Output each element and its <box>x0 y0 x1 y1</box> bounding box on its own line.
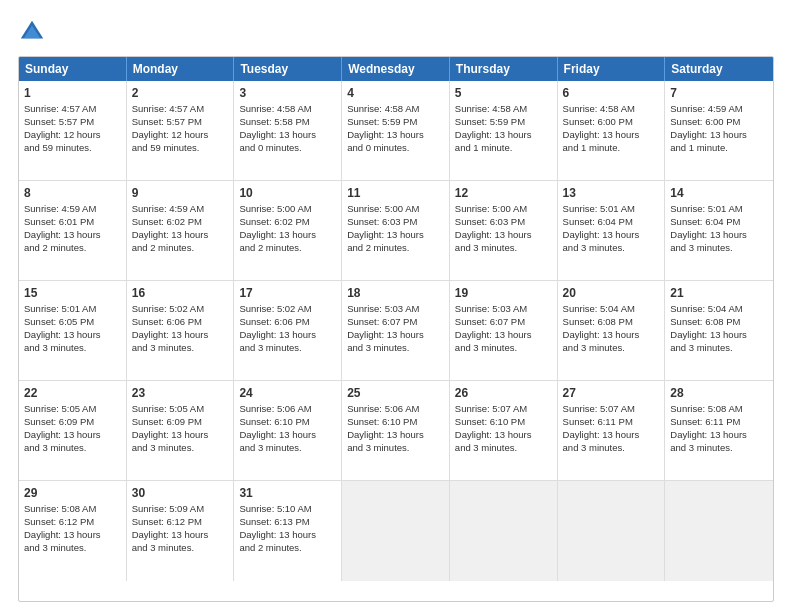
day-info-line: Daylight: 13 hours <box>239 429 336 442</box>
day-info-line: Sunset: 6:13 PM <box>239 516 336 529</box>
day-number: 2 <box>132 85 229 101</box>
calendar-day-5: 5Sunrise: 4:58 AMSunset: 5:59 PMDaylight… <box>450 81 558 180</box>
calendar-day-8: 8Sunrise: 4:59 AMSunset: 6:01 PMDaylight… <box>19 181 127 280</box>
day-info-line: Sunrise: 5:05 AM <box>132 403 229 416</box>
day-info-line: and 3 minutes. <box>455 242 552 255</box>
day-info-line: Daylight: 12 hours <box>24 129 121 142</box>
day-info-line: Sunset: 6:09 PM <box>132 416 229 429</box>
calendar-day-6: 6Sunrise: 4:58 AMSunset: 6:00 PMDaylight… <box>558 81 666 180</box>
day-number: 9 <box>132 185 229 201</box>
calendar-day-27: 27Sunrise: 5:07 AMSunset: 6:11 PMDayligh… <box>558 381 666 480</box>
day-info-line: Sunrise: 5:09 AM <box>132 503 229 516</box>
day-info-line: and 3 minutes. <box>670 442 768 455</box>
day-info-line: Daylight: 13 hours <box>455 129 552 142</box>
day-info-line: Sunrise: 5:06 AM <box>239 403 336 416</box>
day-info-line: Sunset: 6:06 PM <box>239 316 336 329</box>
day-info-line: Sunrise: 5:08 AM <box>670 403 768 416</box>
day-number: 26 <box>455 385 552 401</box>
day-info-line: Sunset: 6:09 PM <box>24 416 121 429</box>
day-info-line: Daylight: 13 hours <box>347 129 444 142</box>
day-number: 6 <box>563 85 660 101</box>
day-info-line: Daylight: 13 hours <box>455 329 552 342</box>
day-number: 30 <box>132 485 229 501</box>
day-info-line: Sunrise: 4:58 AM <box>563 103 660 116</box>
day-info-line: Sunrise: 4:58 AM <box>239 103 336 116</box>
header-day-friday: Friday <box>558 57 666 81</box>
calendar-day-11: 11Sunrise: 5:00 AMSunset: 6:03 PMDayligh… <box>342 181 450 280</box>
day-info-line: Sunrise: 4:59 AM <box>132 203 229 216</box>
day-info-line: Sunset: 6:12 PM <box>132 516 229 529</box>
calendar-day-23: 23Sunrise: 5:05 AMSunset: 6:09 PMDayligh… <box>127 381 235 480</box>
day-number: 16 <box>132 285 229 301</box>
day-number: 8 <box>24 185 121 201</box>
day-info-line: Sunrise: 5:02 AM <box>239 303 336 316</box>
header <box>18 18 774 46</box>
day-info-line: Daylight: 13 hours <box>563 429 660 442</box>
day-number: 21 <box>670 285 768 301</box>
day-info-line: Sunset: 6:05 PM <box>24 316 121 329</box>
day-number: 28 <box>670 385 768 401</box>
day-info-line: Sunset: 6:08 PM <box>670 316 768 329</box>
calendar: SundayMondayTuesdayWednesdayThursdayFrid… <box>18 56 774 602</box>
day-number: 19 <box>455 285 552 301</box>
calendar-day-31: 31Sunrise: 5:10 AMSunset: 6:13 PMDayligh… <box>234 481 342 581</box>
day-info-line: Daylight: 13 hours <box>455 429 552 442</box>
day-info-line: and 1 minute. <box>455 142 552 155</box>
day-number: 18 <box>347 285 444 301</box>
day-info-line: Daylight: 13 hours <box>132 329 229 342</box>
day-info-line: Sunset: 6:04 PM <box>670 216 768 229</box>
day-info-line: and 3 minutes. <box>670 342 768 355</box>
day-info-line: and 59 minutes. <box>24 142 121 155</box>
day-info-line: Daylight: 13 hours <box>132 429 229 442</box>
calendar-day-14: 14Sunrise: 5:01 AMSunset: 6:04 PMDayligh… <box>665 181 773 280</box>
day-number: 4 <box>347 85 444 101</box>
day-number: 17 <box>239 285 336 301</box>
header-day-tuesday: Tuesday <box>234 57 342 81</box>
day-info-line: Sunrise: 5:04 AM <box>670 303 768 316</box>
calendar-header: SundayMondayTuesdayWednesdayThursdayFrid… <box>19 57 773 81</box>
day-number: 27 <box>563 385 660 401</box>
day-info-line: Sunset: 6:12 PM <box>24 516 121 529</box>
day-info-line: Sunrise: 5:00 AM <box>455 203 552 216</box>
day-info-line: and 3 minutes. <box>132 542 229 555</box>
calendar-day-7: 7Sunrise: 4:59 AMSunset: 6:00 PMDaylight… <box>665 81 773 180</box>
day-info-line: Sunrise: 5:07 AM <box>455 403 552 416</box>
calendar-day-20: 20Sunrise: 5:04 AMSunset: 6:08 PMDayligh… <box>558 281 666 380</box>
calendar-empty-cell <box>342 481 450 581</box>
day-info-line: Sunset: 5:57 PM <box>24 116 121 129</box>
day-info-line: and 3 minutes. <box>239 342 336 355</box>
day-info-line: Sunset: 6:04 PM <box>563 216 660 229</box>
day-info-line: Sunrise: 4:59 AM <box>24 203 121 216</box>
calendar-day-13: 13Sunrise: 5:01 AMSunset: 6:04 PMDayligh… <box>558 181 666 280</box>
day-info-line: and 3 minutes. <box>24 342 121 355</box>
day-info-line: Daylight: 13 hours <box>24 529 121 542</box>
day-info-line: Sunrise: 5:03 AM <box>455 303 552 316</box>
calendar-day-19: 19Sunrise: 5:03 AMSunset: 6:07 PMDayligh… <box>450 281 558 380</box>
day-number: 14 <box>670 185 768 201</box>
calendar-week-3: 22Sunrise: 5:05 AMSunset: 6:09 PMDayligh… <box>19 381 773 481</box>
day-info-line: and 2 minutes. <box>239 542 336 555</box>
day-info-line: and 2 minutes. <box>132 242 229 255</box>
day-info-line: and 2 minutes. <box>239 242 336 255</box>
calendar-day-30: 30Sunrise: 5:09 AMSunset: 6:12 PMDayligh… <box>127 481 235 581</box>
day-info-line: Sunrise: 4:59 AM <box>670 103 768 116</box>
day-info-line: and 59 minutes. <box>132 142 229 155</box>
day-info-line: Daylight: 13 hours <box>239 129 336 142</box>
calendar-empty-cell <box>558 481 666 581</box>
logo-icon <box>18 18 46 46</box>
day-info-line: Sunrise: 5:01 AM <box>24 303 121 316</box>
day-info-line: Daylight: 13 hours <box>239 529 336 542</box>
day-info-line: Daylight: 13 hours <box>132 529 229 542</box>
day-info-line: Sunset: 6:02 PM <box>239 216 336 229</box>
day-info-line: and 3 minutes. <box>132 342 229 355</box>
day-info-line: Sunrise: 4:57 AM <box>132 103 229 116</box>
day-info-line: Sunrise: 5:10 AM <box>239 503 336 516</box>
day-info-line: Daylight: 13 hours <box>455 229 552 242</box>
calendar-week-4: 29Sunrise: 5:08 AMSunset: 6:12 PMDayligh… <box>19 481 773 581</box>
day-info-line: Daylight: 13 hours <box>132 229 229 242</box>
day-info-line: Daylight: 13 hours <box>563 129 660 142</box>
day-info-line: Sunrise: 5:00 AM <box>239 203 336 216</box>
day-info-line: Sunrise: 5:01 AM <box>563 203 660 216</box>
calendar-day-12: 12Sunrise: 5:00 AMSunset: 6:03 PMDayligh… <box>450 181 558 280</box>
day-info-line: Sunset: 5:57 PM <box>132 116 229 129</box>
